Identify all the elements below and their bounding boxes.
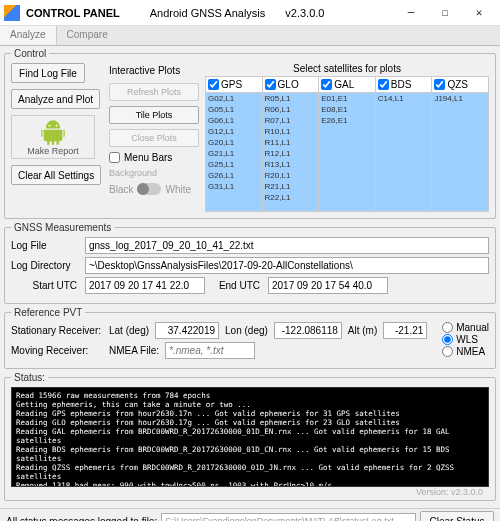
log-file-input[interactable] [85, 237, 489, 254]
sat-item[interactable]: G31,L1 [206, 181, 262, 192]
sat-item[interactable]: R22,L1 [263, 192, 319, 203]
close-plots-button[interactable]: Close Plots [109, 129, 199, 147]
sat-item[interactable]: R20,L1 [263, 170, 319, 181]
alt-input[interactable] [383, 322, 427, 339]
sat-list[interactable]: E01,E1E08,E1E26,E1 [319, 93, 375, 211]
sat-item[interactable]: R07,L1 [263, 115, 319, 126]
android-icon [36, 118, 70, 146]
sat-item[interactable]: G02,L1 [206, 93, 262, 104]
start-utc-input[interactable] [85, 277, 205, 294]
wls-radio[interactable]: WLS [442, 334, 489, 345]
sat-item[interactable]: G05,L1 [206, 104, 262, 115]
tab-analyze[interactable]: Analyze [0, 26, 57, 45]
footer-label: All status messages logged to file: [6, 516, 157, 522]
sat-list[interactable]: J194,L1 [432, 93, 488, 211]
titlebar: CONTROL PANEL Android GNSS Analysis v2.3… [0, 0, 500, 26]
sat-table: GPSG02,L1G05,L1G06,L1G12,L1G20,L1G21,L1G… [205, 76, 489, 212]
sat-item[interactable]: E01,E1 [319, 93, 375, 104]
sat-item[interactable]: R11,L1 [263, 137, 319, 148]
tab-bar: Analyze Compare [0, 26, 500, 46]
version-value: v2.3.0.0 [451, 487, 483, 497]
close-button[interactable]: ✕ [462, 1, 496, 25]
end-utc-input[interactable] [268, 277, 388, 294]
sat-item[interactable]: J194,L1 [432, 93, 488, 104]
end-utc-label: End UTC [209, 280, 264, 291]
lat-label: Lat (deg) [109, 325, 149, 336]
tile-plots-button[interactable]: Tile Plots [109, 106, 199, 124]
sat-list[interactable]: G02,L1G05,L1G06,L1G12,L1G20,L1G21,L1G25,… [206, 93, 262, 211]
sat-check-gps[interactable] [208, 79, 219, 90]
sat-item[interactable]: R12,L1 [263, 148, 319, 159]
sat-item[interactable]: R10,L1 [263, 126, 319, 137]
sat-item[interactable]: G25,L1 [206, 159, 262, 170]
sat-item[interactable]: G06,L1 [206, 115, 262, 126]
status-console: Read 15966 raw measurements from 784 epo… [11, 387, 489, 487]
log-file-label: Log File [11, 240, 81, 251]
log-dir-input[interactable] [85, 257, 489, 274]
sat-item[interactable]: E08,E1 [319, 104, 375, 115]
stationary-label: Stationary Receiver: [11, 325, 103, 336]
sat-list[interactable]: R05,L1R06,L1R07,L1R10,L1R11,L1R12,L1R13,… [263, 93, 319, 211]
white-label: White [165, 184, 191, 195]
status-log-path[interactable] [161, 513, 416, 522]
sat-check-gal[interactable] [321, 79, 332, 90]
sat-column-gal: GALE01,E1E08,E1E26,E1 [319, 77, 376, 211]
sat-col-label: GLO [278, 79, 299, 90]
interactive-plots-label: Interactive Plots [109, 65, 199, 76]
sat-header: Select satellites for plots [205, 63, 489, 74]
alt-label: Alt (m) [348, 325, 377, 336]
sat-col-label: QZS [447, 79, 468, 90]
sat-col-label: GPS [221, 79, 242, 90]
sat-item[interactable]: R21,L1 [263, 181, 319, 192]
app-icon [4, 5, 20, 21]
lat-input[interactable] [155, 322, 219, 339]
make-report-button[interactable]: Make Report [11, 115, 95, 159]
tab-compare[interactable]: Compare [57, 26, 118, 45]
svg-point-0 [49, 125, 51, 127]
background-toggle[interactable] [137, 183, 161, 195]
nmea-file-label: NMEA File: [109, 345, 159, 356]
lon-label: Lon (deg) [225, 325, 268, 336]
sat-col-label: BDS [391, 79, 412, 90]
maximize-button[interactable]: ☐ [428, 1, 462, 25]
sat-column-glo: GLOR05,L1R06,L1R07,L1R10,L1R11,L1R12,L1R… [263, 77, 320, 211]
sat-item[interactable]: G26,L1 [206, 170, 262, 181]
sat-check-bds[interactable] [378, 79, 389, 90]
ref-legend: Reference PVT [11, 307, 85, 318]
minimize-button[interactable]: ─ [394, 1, 428, 25]
menu-bars-label: Menu Bars [124, 152, 172, 163]
analyze-plot-button[interactable]: Analyze and Plot [11, 89, 100, 109]
sat-item[interactable]: G20,L1 [206, 137, 262, 148]
menu-bars-toggle[interactable]: Menu Bars [109, 152, 199, 163]
sat-item[interactable]: R13,L1 [263, 159, 319, 170]
start-utc-label: Start UTC [11, 280, 81, 291]
ref-group: Reference PVT Stationary Receiver: Lat (… [4, 307, 496, 369]
sat-item[interactable]: C14,L1 [376, 93, 432, 104]
sat-item[interactable]: R06,L1 [263, 104, 319, 115]
clear-all-button[interactable]: Clear All Settings [11, 165, 101, 185]
sat-item[interactable]: E26,E1 [319, 115, 375, 126]
find-log-button[interactable]: Find Log File [11, 63, 85, 83]
background-label: Background [109, 168, 199, 178]
sat-item[interactable]: R05,L1 [263, 93, 319, 104]
sat-list[interactable]: C14,L1 [376, 93, 432, 211]
control-group: Control Find Log File Analyze and Plot M… [4, 48, 496, 219]
control-legend: Control [11, 48, 49, 59]
nmea-file-input[interactable] [165, 342, 255, 359]
gnss-group: GNSS Measurements Log File Log Directory… [4, 222, 496, 304]
status-legend: Status: [11, 372, 48, 383]
sat-check-qzs[interactable] [434, 79, 445, 90]
manual-radio[interactable]: Manual [442, 322, 489, 333]
nmea-radio[interactable]: NMEA [442, 346, 489, 357]
sat-item[interactable]: G12,L1 [206, 126, 262, 137]
sat-check-glo[interactable] [265, 79, 276, 90]
refresh-plots-button[interactable]: Refresh Plots [109, 83, 199, 101]
gnss-legend: GNSS Measurements [11, 222, 114, 233]
lon-input[interactable] [274, 322, 342, 339]
menu-bars-checkbox[interactable] [109, 152, 120, 163]
footer-bar: All status messages logged to file: Clea… [0, 508, 500, 521]
sat-column-qzs: QZSJ194,L1 [432, 77, 488, 211]
window-subtitle: Android GNSS Analysis [150, 7, 266, 19]
clear-status-button[interactable]: Clear Status [420, 511, 494, 521]
sat-item[interactable]: G21,L1 [206, 148, 262, 159]
